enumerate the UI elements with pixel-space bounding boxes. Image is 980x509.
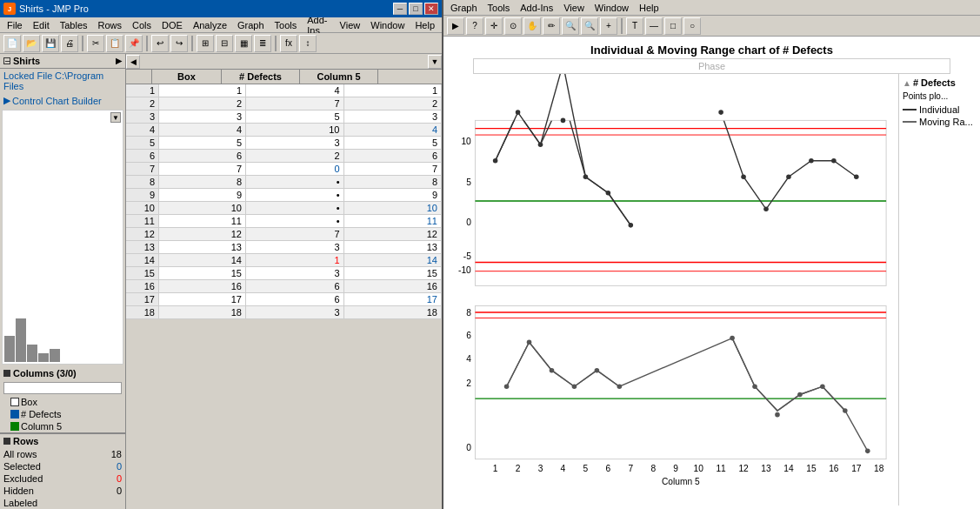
col-defects[interactable]: # Defects bbox=[0, 408, 125, 420]
menu-edit[interactable]: Edit bbox=[28, 19, 55, 31]
tb-r-text[interactable]: T bbox=[626, 17, 643, 35]
menu-help[interactable]: Help bbox=[410, 19, 440, 31]
columns-header[interactable]: Columns (3/0) bbox=[0, 366, 125, 380]
tb-r-rect[interactable]: □ bbox=[664, 17, 682, 35]
menu-analyze[interactable]: Analyze bbox=[188, 19, 232, 31]
sidebar-shirts-header[interactable]: Shirts ▶ bbox=[0, 54, 125, 69]
tb-grid[interactable]: ⊞ bbox=[197, 35, 214, 52]
menu-right-addins[interactable]: Add-Ins bbox=[515, 2, 558, 14]
menu-tools[interactable]: Tools bbox=[270, 19, 303, 31]
cell-defects: 5 bbox=[246, 111, 344, 124]
cell-col5: 12 bbox=[343, 228, 442, 241]
tb-undo[interactable]: ↩ bbox=[151, 35, 169, 52]
svg-point-48 bbox=[865, 449, 870, 454]
tb-copy[interactable]: 📋 bbox=[106, 35, 123, 52]
cell-defects: 7 bbox=[246, 97, 344, 111]
svg-text:1: 1 bbox=[493, 464, 498, 473]
tb-new[interactable]: 📄 bbox=[3, 35, 21, 52]
menu-right-graph[interactable]: Graph bbox=[445, 2, 483, 14]
cell-col5: 14 bbox=[343, 254, 442, 267]
tb-r-move[interactable]: ✛ bbox=[485, 17, 503, 35]
menu-rows[interactable]: Rows bbox=[93, 19, 128, 31]
svg-text:10: 10 bbox=[461, 137, 471, 146]
tb-paste[interactable]: 📌 bbox=[125, 35, 143, 52]
table-row: 10 10 • 10 bbox=[126, 202, 442, 215]
tb-r-line[interactable]: — bbox=[645, 17, 663, 35]
cell-defects: 1 bbox=[246, 254, 344, 267]
cell-col5: 9 bbox=[343, 189, 442, 202]
col-box[interactable]: Box bbox=[0, 396, 125, 408]
tb-grid4[interactable]: ≣ bbox=[254, 35, 271, 52]
menu-doe[interactable]: DOE bbox=[157, 19, 188, 31]
maximize-button[interactable]: □ bbox=[409, 3, 423, 15]
tb-cut[interactable]: ✂ bbox=[87, 35, 104, 52]
tb-sep4 bbox=[275, 36, 277, 51]
svg-point-12 bbox=[493, 158, 498, 164]
scroll-left[interactable]: ◀ bbox=[126, 55, 140, 69]
tb-sort[interactable]: ↕ bbox=[299, 35, 317, 52]
cell-rownum: 15 bbox=[126, 267, 159, 280]
menu-view[interactable]: View bbox=[335, 19, 366, 31]
tb-r-hand[interactable]: ✋ bbox=[523, 17, 541, 35]
svg-container: 10 5 0 -5 -10 bbox=[447, 74, 898, 506]
menu-right-window[interactable]: Window bbox=[590, 2, 634, 14]
tb-formula[interactable]: fx bbox=[280, 35, 297, 52]
cell-defects: 3 bbox=[246, 241, 344, 254]
menu-right-tools[interactable]: Tools bbox=[483, 2, 516, 14]
table-row: 8 8 • 8 bbox=[126, 176, 442, 189]
cell-box: 2 bbox=[159, 97, 246, 111]
col-header-box[interactable]: Box bbox=[152, 70, 222, 84]
histogram-expand[interactable]: ▼ bbox=[110, 112, 121, 123]
control-chart-builder[interactable]: ▶ Control Chart Builder bbox=[0, 93, 125, 108]
tb-r-zoom-out[interactable]: 🔍 bbox=[581, 17, 598, 35]
tb-r-plus[interactable]: + bbox=[600, 17, 617, 35]
svg-point-37 bbox=[527, 339, 532, 345]
tb-print[interactable]: 🖨 bbox=[61, 35, 78, 52]
menu-right-view[interactable]: View bbox=[558, 2, 590, 14]
menu-right-help[interactable]: Help bbox=[634, 2, 664, 14]
minimize-button[interactable]: ─ bbox=[393, 3, 407, 15]
tb-r-select[interactable]: ⊙ bbox=[504, 17, 522, 35]
cell-col5: 6 bbox=[343, 150, 442, 163]
menu-window[interactable]: Window bbox=[365, 19, 410, 31]
menu-file[interactable]: File bbox=[2, 19, 28, 31]
cell-defects: 0 bbox=[246, 163, 344, 176]
tb-r-oval[interactable]: ○ bbox=[683, 17, 701, 35]
cell-rownum: 6 bbox=[126, 150, 159, 163]
rows-header[interactable]: Rows bbox=[0, 434, 125, 448]
tb-r-question[interactable]: ? bbox=[466, 17, 483, 35]
app-icon: J bbox=[3, 3, 16, 15]
cell-box: 18 bbox=[159, 306, 246, 319]
column-search[interactable] bbox=[3, 382, 122, 394]
svg-point-39 bbox=[572, 384, 577, 389]
menu-tables[interactable]: Tables bbox=[55, 19, 93, 31]
legend-subtitle: Points plo... bbox=[903, 91, 973, 101]
scroll-panel-toggle[interactable]: ▼ bbox=[428, 55, 442, 69]
left-menu-bar: File Edit Tables Rows Cols DOE Analyze G… bbox=[0, 17, 442, 33]
col-column5[interactable]: Column 5 bbox=[0, 420, 125, 432]
table-scroll[interactable]: 1 1 4 1 2 2 7 2 3 3 5 3 4 4 10 4 5 5 3 5… bbox=[126, 84, 442, 509]
columns-section: Columns (3/0) Box # Defects bbox=[0, 366, 125, 433]
close-button[interactable]: ✕ bbox=[424, 3, 438, 15]
svg-text:2: 2 bbox=[516, 464, 521, 473]
tb-r-sep1 bbox=[621, 18, 623, 34]
cell-col5: 13 bbox=[343, 241, 442, 254]
menu-cols[interactable]: Cols bbox=[127, 19, 157, 31]
chart-svg: 10 5 0 -5 -10 bbox=[447, 74, 898, 506]
tb-save[interactable]: 💾 bbox=[42, 35, 59, 52]
tb-open[interactable]: 📂 bbox=[23, 35, 40, 52]
tb-r-arrow[interactable]: ▶ bbox=[447, 17, 464, 35]
svg-point-40 bbox=[595, 368, 600, 373]
cell-rownum: 3 bbox=[126, 111, 159, 124]
tb-grid2[interactable]: ⊟ bbox=[216, 35, 233, 52]
tb-redo[interactable]: ↪ bbox=[170, 35, 188, 52]
tb-r-pencil[interactable]: ✏ bbox=[543, 17, 560, 35]
tb-grid3[interactable]: ▦ bbox=[235, 35, 252, 52]
cell-box: 4 bbox=[159, 124, 246, 137]
col-header-col5[interactable]: Column 5 bbox=[300, 70, 378, 84]
menu-graph[interactable]: Graph bbox=[232, 19, 270, 31]
tb-r-zoom-in[interactable]: 🔍 bbox=[562, 17, 579, 35]
sidebar-arrow[interactable]: ▶ bbox=[116, 57, 122, 65]
cell-box: 11 bbox=[159, 215, 246, 228]
col-header-defects[interactable]: # Defects bbox=[222, 70, 300, 84]
